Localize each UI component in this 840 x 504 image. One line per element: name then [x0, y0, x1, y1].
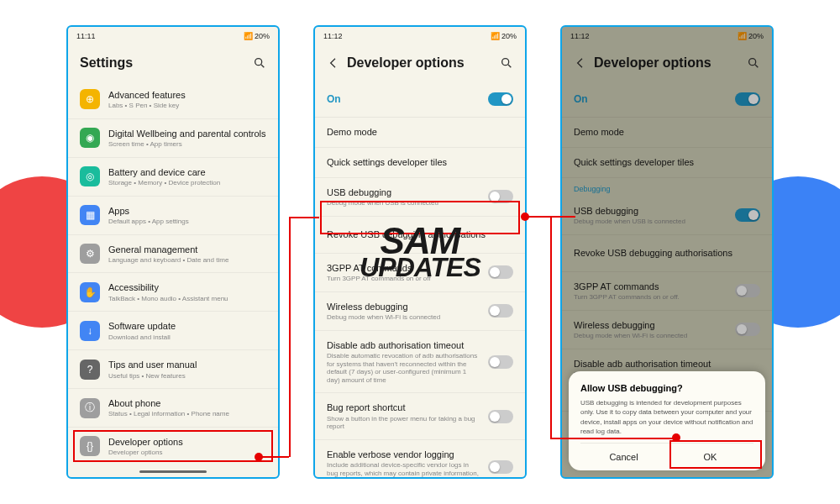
ok-button[interactable]: OK [667, 444, 753, 470]
row-title: Accessibility [108, 281, 266, 293]
phone-developer-options: 11:12 📶 20% Developer options On Demo mo… [313, 25, 527, 479]
settings-item-icon: ⓘ [80, 398, 100, 418]
row-sub: Turn 3GPP AT commands on or off [327, 275, 480, 283]
usb-debug-dialog: Allow USB debugging? USB debugging is in… [569, 371, 765, 470]
master-toggle-row[interactable]: On [315, 81, 525, 118]
dev-row[interactable]: Quick settings developer tiles [315, 148, 525, 178]
row-title: Apps [108, 205, 266, 217]
row-sub: Screen time • App timers [108, 140, 266, 149]
settings-item-icon: {} [80, 436, 100, 456]
settings-item-apps[interactable]: ▦AppsDefault apps • App settings [68, 197, 278, 235]
wifi-icon: 📶 [244, 32, 253, 40]
svg-line-3 [508, 65, 511, 67]
svg-point-0 [255, 59, 262, 66]
battery-text: 20% [501, 32, 517, 40]
settings-item-about[interactable]: ⓘAbout phoneStatus • Legal information •… [68, 389, 278, 428]
dev-row[interactable]: Disable adb authorisation timeoutDisable… [315, 331, 525, 394]
settings-item-digital[interactable]: ◉Digital Wellbeing and parental controls… [68, 119, 278, 158]
row-toggle[interactable] [488, 460, 513, 474]
wifi-icon: 📶 [491, 32, 500, 40]
dev-row[interactable]: Revoke USB debugging authorisations [315, 217, 525, 254]
row-sub: Include additional device-specific vendo… [327, 461, 480, 477]
status-icons: 📶 20% [244, 32, 270, 40]
row-toggle[interactable] [488, 265, 513, 279]
settings-item-battery[interactable]: ◎Battery and device careStorage • Memory… [68, 158, 278, 197]
row-toggle[interactable] [488, 304, 513, 318]
usb-debugging-row[interactable]: USB debugging Debug mode when USB is con… [315, 178, 525, 217]
settings-item-icon: ⚙ [80, 244, 100, 264]
row-title: USB debugging [327, 186, 480, 198]
row-title: Revoke USB debugging authorisations [327, 228, 513, 240]
dev-row[interactable]: Enable verbose vendor loggingInclude add… [315, 440, 525, 477]
status-icons: 📶 20% [491, 32, 517, 40]
row-title: Enable verbose vendor logging [327, 449, 480, 460]
settings-item-general[interactable]: ⚙General managementLanguage and keyboard… [68, 235, 278, 274]
on-label: On [327, 93, 341, 105]
row-title: Disable adb authorisation timeout [327, 339, 480, 351]
row-title: Tips and user manual [108, 359, 266, 370]
row-title: Digital Wellbeing and parental controls [108, 128, 266, 139]
row-toggle[interactable] [488, 410, 513, 423]
row-title: General management [108, 244, 266, 255]
row-sub: Debug mode when USB is connected [327, 199, 480, 207]
status-time: 11:12 [323, 32, 343, 40]
phone-usb-dialog: 11:12 📶 20% Developer options On Demo mo… [560, 25, 774, 479]
back-icon[interactable] [327, 56, 340, 70]
usb-debugging-toggle[interactable] [488, 190, 513, 203]
dev-row[interactable]: Demo mode [315, 118, 525, 148]
row-title: Software update [108, 320, 266, 332]
connector-dot [521, 213, 529, 221]
settings-list[interactable]: ⊕Advanced featuresLabs • S Pen • Side ke… [68, 81, 278, 465]
row-title: About phone [108, 397, 266, 409]
dialog-buttons: Cancel OK [580, 443, 753, 470]
phone-settings: 11:11 📶 20% Settings ⊕Advanced featuresL… [66, 25, 280, 479]
row-sub: Developer options [108, 449, 266, 457]
svg-point-2 [502, 59, 509, 66]
dev-row[interactable]: Bug report shortcutShow a button in the … [315, 393, 525, 439]
settings-item-icon: ▦ [80, 205, 100, 225]
row-title: Demo mode [327, 126, 513, 138]
row-sub: Download and install [108, 333, 266, 342]
phones-container: 11:11 📶 20% Settings ⊕Advanced featuresL… [0, 0, 840, 504]
cancel-button[interactable]: Cancel [580, 444, 667, 470]
nav-bar [68, 465, 278, 477]
dialog-title: Allow USB debugging? [580, 383, 753, 393]
row-title: Wireless debugging [327, 301, 480, 312]
row-title: Advanced features [108, 89, 266, 101]
connector-dot [672, 433, 680, 442]
dev-row[interactable]: 3GPP AT commandsTurn 3GPP AT commands on… [315, 254, 525, 292]
settings-item-icon: ? [80, 360, 100, 380]
row-toggle[interactable] [488, 355, 513, 369]
settings-item-accessibility[interactable]: ✋AccessibilityTalkBack • Mono audio • As… [68, 273, 278, 312]
row-title: Bug report shortcut [327, 402, 480, 413]
dev-row[interactable]: Wireless debuggingDebug mode when Wi-Fi … [315, 292, 525, 331]
page-title: Developer options [347, 55, 493, 71]
dialog-body: USB debugging is intended for developmen… [580, 398, 753, 436]
dev-options-list[interactable]: On Demo modeQuick settings developer til… [315, 81, 525, 477]
header: Settings [68, 45, 278, 81]
row-sub: TalkBack • Mono audio • Assistant menu [108, 295, 266, 303]
row-title: Quick settings developer tiles [327, 156, 513, 168]
row-title: 3GPP AT commands [327, 262, 480, 274]
master-toggle[interactable] [488, 92, 513, 106]
search-icon[interactable] [500, 56, 513, 70]
settings-item-developer[interactable]: {}Developer optionsDeveloper options [68, 428, 278, 465]
settings-item-icon: ✋ [80, 282, 100, 302]
row-sub: Labs • S Pen • Side key [108, 102, 266, 110]
settings-item-software[interactable]: ↓Software updateDownload and install [68, 312, 278, 350]
page-title: Settings [80, 55, 246, 71]
connector-dot [255, 453, 263, 461]
row-sub: Debug mode when Wi-Fi is connected [327, 313, 480, 322]
row-sub: Useful tips • New features [108, 372, 266, 381]
nav-handle[interactable] [139, 470, 207, 473]
row-title: Battery and device care [108, 166, 266, 178]
battery-text: 20% [255, 32, 270, 40]
settings-item-icon: ◎ [80, 166, 100, 186]
search-icon[interactable] [253, 56, 266, 70]
row-sub: Disable automatic revocation of adb auth… [327, 352, 480, 384]
row-sub: Storage • Memory • Device protection [108, 179, 266, 187]
settings-item-advanced[interactable]: ⊕Advanced featuresLabs • S Pen • Side ke… [68, 81, 278, 119]
row-sub: Status • Legal information • Phone name [108, 410, 266, 418]
status-bar: 11:12 📶 20% [315, 27, 525, 45]
settings-item-tips[interactable]: ?Tips and user manualUseful tips • New f… [68, 350, 278, 389]
